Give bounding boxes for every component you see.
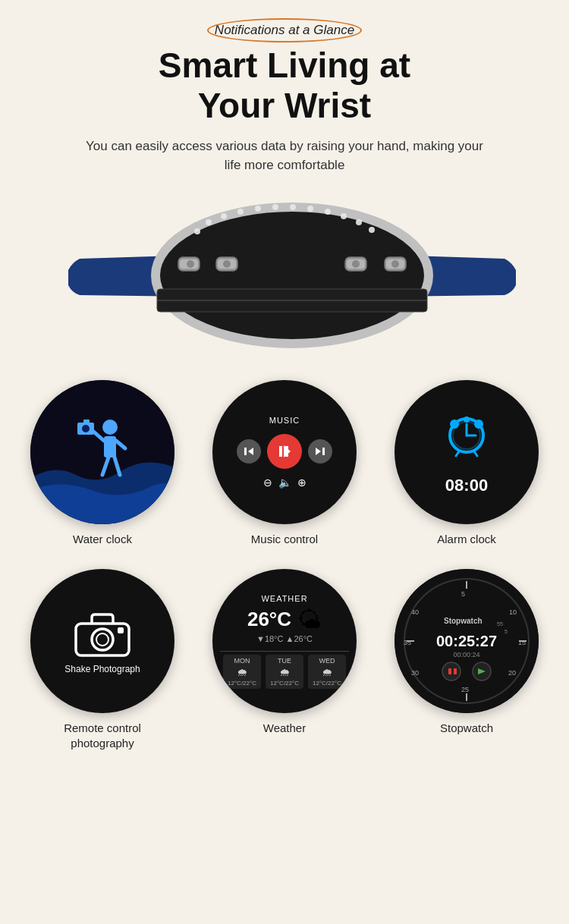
svg-text:Stopwatch: Stopwatch [444,617,483,625]
feature-stopwatch: 5 10 15 20 25 30 35 40 55 5 Stopwatch [391,569,542,750]
svg-text:20: 20 [508,669,516,677]
notification-badge: Notifications at a Glance [215,23,354,38]
weather-title: WEATHER [261,594,307,603]
svg-point-9 [307,206,313,212]
subtitle: You can easily access various data by ra… [80,137,489,175]
svg-point-50 [450,420,459,429]
stopwatch-label: Stopwatch [440,721,493,736]
svg-text:15: 15 [518,639,526,646]
svg-text:30: 30 [411,669,419,677]
svg-point-23 [391,260,399,268]
svg-text:35: 35 [404,639,411,646]
music-circle: MUSIC ⊖ 🔈 [212,380,357,524]
camera-icon [72,608,133,658]
wed-label: WED [319,657,335,665]
main-title: Smart Living atYour Wrist [159,46,410,126]
watch-container [15,190,554,357]
svg-rect-58 [118,627,124,633]
svg-point-57 [96,633,108,646]
svg-point-26 [352,260,360,268]
svg-rect-41 [279,446,282,457]
music-controls [237,434,332,469]
feature-weather: WEATHER 26°C 🌤 ▼18°C ▲26°C MON 🌧 12°C/22… [209,569,360,750]
weather-label: Weather [263,721,306,736]
svg-text:25: 25 [461,686,469,693]
weather-day-mon: MON 🌧 12°C/22°C [223,655,261,689]
svg-rect-80 [454,668,457,674]
play-button[interactable] [267,434,302,469]
mon-temp: 12°C/22°C [228,680,256,687]
svg-point-20 [223,260,231,268]
weather-days: MON 🌧 12°C/22°C TUE 🌧 12°C/22°C WED 🌧 [223,655,346,689]
music-volume: ⊖ 🔈 ⊕ [263,476,307,489]
svg-point-10 [325,209,331,215]
features-grid: Water clock MUSIC [27,380,542,751]
svg-marker-39 [248,448,253,455]
svg-point-6 [255,206,261,212]
alarm-circle: 08:00 [395,380,539,524]
weather-circle: WEATHER 26°C 🌤 ▼18°C ▲26°C MON 🌧 12°C/22… [212,569,357,713]
svg-point-51 [474,420,483,429]
weather-day-tue: TUE 🌧 12°C/22°C [266,655,303,689]
svg-point-7 [272,204,278,210]
page-wrapper: Notifications at a Glance Smart Living a… [0,0,569,924]
svg-point-56 [92,629,113,650]
svg-rect-40 [244,448,247,455]
alarm-time: 08:00 [445,476,488,495]
svg-point-12 [356,219,362,225]
shake-photo-label: Shake Photograph [64,664,140,674]
svg-point-14 [194,228,200,234]
vol-plus: ⊕ [297,476,307,489]
svg-rect-38 [83,420,90,423]
camera-circle: Shake Photograph [30,569,174,713]
camera-inner: Shake Photograph [30,569,174,713]
svg-point-11 [341,213,347,219]
tue-icon: 🌧 [279,666,290,678]
music-inner: MUSIC ⊖ 🔈 [212,380,357,524]
music-label: Music control [251,532,318,547]
mon-label: MON [234,657,250,665]
svg-point-37 [82,425,90,432]
alarm-icon [442,409,492,468]
svg-point-13 [369,227,375,233]
water-clock-label: Water clock [73,532,132,547]
weather-temp: 26°C [247,608,291,631]
wed-icon: 🌧 [322,666,332,678]
svg-text:40: 40 [411,608,419,616]
svg-point-4 [221,213,227,219]
weather-day-wed: WED 🌧 12°C/22°C [308,655,346,689]
next-button[interactable] [308,439,332,464]
wed-temp: 12°C/22°C [313,680,341,687]
svg-point-30 [102,420,118,435]
svg-point-5 [237,209,244,215]
mon-icon: 🌧 [237,666,247,678]
vol-icon: 🔈 [278,476,291,489]
weather-range: ▼18°C ▲26°C [256,634,313,643]
prev-button[interactable] [237,439,261,464]
svg-text:55: 55 [497,621,503,627]
stopwatch-inner: 5 10 15 20 25 30 35 40 55 5 Stopwatch [395,569,539,713]
svg-text:10: 10 [509,608,517,616]
alarm-label: Alarm clock [437,532,496,547]
feature-camera: Shake Photograph Remote controlphotograp… [27,569,178,750]
svg-text:5: 5 [461,590,465,598]
svg-point-3 [206,219,212,225]
feature-alarm: 08:00 Alarm clock [391,380,542,547]
svg-text:00:00:24: 00:00:24 [453,651,479,658]
music-title: MUSIC [269,416,300,425]
vol-minus: ⊖ [263,476,272,489]
svg-line-52 [456,451,459,456]
alarm-inner: 08:00 [395,380,539,524]
tue-temp: 12°C/22°C [270,680,299,687]
stopwatch-circle: 5 10 15 20 25 30 35 40 55 5 Stopwatch [395,569,539,713]
svg-point-54 [464,416,470,423]
svg-point-17 [187,260,194,268]
tue-label: TUE [278,657,291,665]
camera-label: Remote controlphotography [64,721,141,750]
water-clock-circle [30,380,174,524]
svg-rect-79 [448,668,451,674]
svg-marker-44 [316,448,321,455]
feature-music: MUSIC ⊖ 🔈 [209,380,360,547]
svg-text:00:25:27: 00:25:27 [436,633,497,649]
notification-text: Notifications at a Glance [215,23,354,38]
